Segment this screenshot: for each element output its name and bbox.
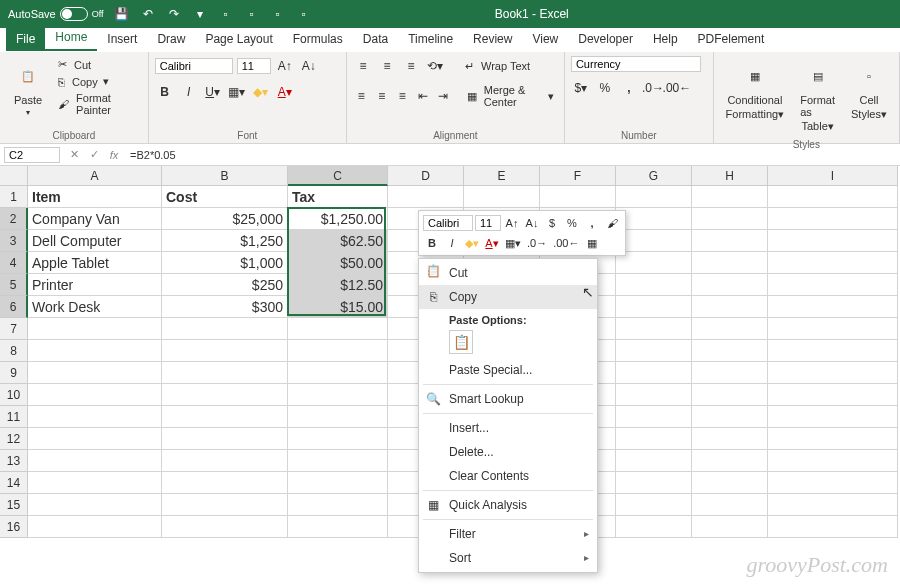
row-header-6[interactable]: 6 <box>0 296 28 318</box>
cell-B3[interactable]: $1,250 <box>162 230 288 252</box>
cell-I4[interactable] <box>768 252 898 274</box>
cell-E1[interactable] <box>464 186 540 208</box>
cell-C5[interactable]: $12.50 <box>288 274 388 296</box>
cell-H5[interactable] <box>692 274 768 296</box>
ctx-insert[interactable]: Insert... <box>419 416 597 440</box>
col-header-D[interactable]: D <box>388 166 464 186</box>
autosave-toggle[interactable]: AutoSave Off <box>8 7 104 21</box>
mini-dec-dec-icon[interactable]: .00← <box>551 234 581 252</box>
cell-H12[interactable] <box>692 428 768 450</box>
decrease-font-icon[interactable]: A↓ <box>299 56 319 76</box>
mini-border-icon[interactable]: ▦▾ <box>503 234 523 252</box>
cell-C9[interactable] <box>288 362 388 384</box>
qat-icon[interactable]: ▫ <box>270 6 286 22</box>
row-header-2[interactable]: 2 <box>0 208 28 230</box>
orientation-icon[interactable]: ⟲▾ <box>425 56 445 76</box>
bold-button[interactable]: B <box>155 82 175 102</box>
cell-H3[interactable] <box>692 230 768 252</box>
format-painter-button[interactable]: 🖌 Format Painter <box>54 90 142 118</box>
border-button[interactable]: ▦▾ <box>227 82 247 102</box>
cell-A9[interactable] <box>28 362 162 384</box>
font-size-select[interactable] <box>237 58 271 74</box>
fill-color-button[interactable]: ◆▾ <box>251 82 271 102</box>
ctx-delete[interactable]: Delete... <box>419 440 597 464</box>
cell-B14[interactable] <box>162 472 288 494</box>
cell-G3[interactable] <box>616 230 692 252</box>
cell-C15[interactable] <box>288 494 388 516</box>
cell-B7[interactable] <box>162 318 288 340</box>
cell-A12[interactable] <box>28 428 162 450</box>
cell-A7[interactable] <box>28 318 162 340</box>
indent-dec-icon[interactable]: ⇤ <box>414 86 431 106</box>
accept-formula-icon[interactable]: ✓ <box>84 148 104 161</box>
tab-insert[interactable]: Insert <box>97 28 147 51</box>
qat-icon[interactable]: ▾ <box>192 6 208 22</box>
cell-A5[interactable]: Printer <box>28 274 162 296</box>
row-header-5[interactable]: 5 <box>0 274 28 296</box>
cell-I7[interactable] <box>768 318 898 340</box>
cell-I1[interactable] <box>768 186 898 208</box>
tab-draw[interactable]: Draw <box>147 28 195 51</box>
mini-font-name[interactable] <box>423 215 473 231</box>
row-header-15[interactable]: 15 <box>0 494 28 516</box>
qat-icon[interactable]: ▫ <box>244 6 260 22</box>
ctx-cut[interactable]: ✂Cut <box>419 261 597 285</box>
tab-page-layout[interactable]: Page Layout <box>195 28 282 51</box>
cell-B8[interactable] <box>162 340 288 362</box>
cell-A16[interactable] <box>28 516 162 538</box>
tab-developer[interactable]: Developer <box>568 28 643 51</box>
cell-F1[interactable] <box>540 186 616 208</box>
col-header-I[interactable]: I <box>768 166 898 186</box>
cell-C12[interactable] <box>288 428 388 450</box>
conditional-formatting-button[interactable]: ▦ Conditional Formatting▾ <box>720 56 791 137</box>
cell-B1[interactable]: Cost <box>162 186 288 208</box>
col-header-A[interactable]: A <box>28 166 162 186</box>
row-header-13[interactable]: 13 <box>0 450 28 472</box>
cell-G2[interactable] <box>616 208 692 230</box>
mini-dec-inc-icon[interactable]: .0→ <box>525 234 549 252</box>
cell-I9[interactable] <box>768 362 898 384</box>
mini-font-color-icon[interactable]: A▾ <box>483 234 501 252</box>
cell-A11[interactable] <box>28 406 162 428</box>
paste-button[interactable]: 📋 Paste▾ <box>6 56 50 121</box>
cell-G10[interactable] <box>616 384 692 406</box>
col-header-B[interactable]: B <box>162 166 288 186</box>
row-header-9[interactable]: 9 <box>0 362 28 384</box>
cell-G11[interactable] <box>616 406 692 428</box>
underline-button[interactable]: U▾ <box>203 82 223 102</box>
cell-H15[interactable] <box>692 494 768 516</box>
cell-A8[interactable] <box>28 340 162 362</box>
name-box[interactable] <box>4 147 60 163</box>
cell-B5[interactable]: $250 <box>162 274 288 296</box>
align-top-icon[interactable]: ≡ <box>353 56 373 76</box>
align-bottom-icon[interactable]: ≡ <box>401 56 421 76</box>
cell-C2[interactable]: $1,250.00 <box>288 208 388 230</box>
cell-A6[interactable]: Work Desk <box>28 296 162 318</box>
cell-I5[interactable] <box>768 274 898 296</box>
col-header-E[interactable]: E <box>464 166 540 186</box>
col-header-G[interactable]: G <box>616 166 692 186</box>
cell-H6[interactable] <box>692 296 768 318</box>
redo-icon[interactable]: ↷ <box>166 6 182 22</box>
fx-icon[interactable]: fx <box>104 149 124 161</box>
tab-file[interactable]: File <box>6 28 45 51</box>
cell-I11[interactable] <box>768 406 898 428</box>
cell-B9[interactable] <box>162 362 288 384</box>
italic-button[interactable]: I <box>179 82 199 102</box>
merge-center-button[interactable]: ▦ Merge & Center ▾ <box>463 82 558 110</box>
cell-B4[interactable]: $1,000 <box>162 252 288 274</box>
cell-B11[interactable] <box>162 406 288 428</box>
cell-H13[interactable] <box>692 450 768 472</box>
cell-I2[interactable] <box>768 208 898 230</box>
tab-view[interactable]: View <box>522 28 568 51</box>
font-name-select[interactable] <box>155 58 233 74</box>
cell-H16[interactable] <box>692 516 768 538</box>
cell-I8[interactable] <box>768 340 898 362</box>
col-header-C[interactable]: C <box>288 166 388 186</box>
mini-increase-font-icon[interactable]: A↑ <box>503 214 521 232</box>
cell-A10[interactable] <box>28 384 162 406</box>
tab-formulas[interactable]: Formulas <box>283 28 353 51</box>
mini-italic-icon[interactable]: I <box>443 234 461 252</box>
format-as-table-button[interactable]: ▤ Format as Table▾ <box>794 56 841 137</box>
cell-H2[interactable] <box>692 208 768 230</box>
